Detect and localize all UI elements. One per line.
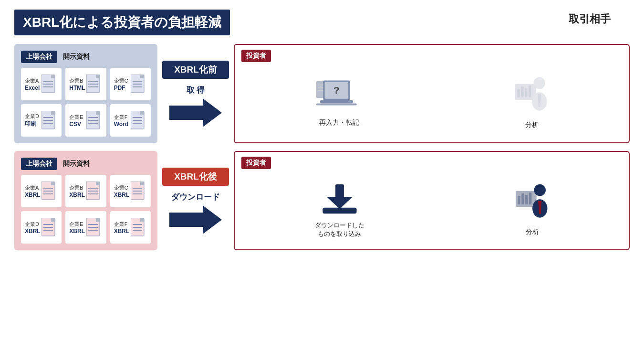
after-section: 上場会社 開示資料 企業A XBRL 企業B XBRL xyxy=(14,151,630,250)
company-item: 企業F Word xyxy=(110,104,151,137)
svg-rect-95 xyxy=(518,196,520,204)
arrow-panel-before: XBRL化前 取 得 xyxy=(157,44,234,143)
company-row: 企業B HTML xyxy=(69,75,102,94)
person-analysis-icon-after xyxy=(516,182,549,225)
company-row: 企業D XBRL xyxy=(25,218,58,237)
arrow-text-after: ダウンロード xyxy=(171,192,220,203)
investor-panel-before: 投資者 ? xyxy=(234,44,630,143)
investor-item-analysis-after: 分析 xyxy=(516,182,549,236)
listed-badge-after: 上場会社 xyxy=(21,158,57,170)
investor-label-analysis-after: 分析 xyxy=(526,228,539,236)
svg-rect-49 xyxy=(525,88,527,97)
arrow-text-before: 取 得 xyxy=(187,85,205,96)
investor-item-download: ダウンロードした ものを取り込み xyxy=(315,180,364,238)
investor-label-download: ダウンロードした ものを取り込み xyxy=(315,221,364,238)
investor-badge-before: 投資者 xyxy=(241,50,271,62)
svg-rect-14 xyxy=(140,75,144,78)
investor-label-reentry: 再入力・転記 xyxy=(319,118,359,127)
doc-icon xyxy=(131,75,147,94)
svg-rect-96 xyxy=(521,193,524,204)
company-row: 企業E CSV xyxy=(69,111,102,130)
svg-rect-2 xyxy=(51,75,55,78)
company-row: 企業E XBRL xyxy=(69,218,102,237)
svg-rect-47 xyxy=(517,89,519,97)
investor-item-reentry: ? 再入力・転記 xyxy=(315,77,363,127)
svg-rect-86 xyxy=(140,218,144,222)
svg-rect-68 xyxy=(140,182,144,185)
company-row: 企業C XBRL xyxy=(114,182,147,201)
arrow-panel-after: XBRL化後 ダウンロード xyxy=(157,151,234,250)
company-item: 企業C PDF xyxy=(110,68,151,100)
company-item: 企業D 印刷 xyxy=(21,104,62,137)
main-title: XBRL化による投資者の負担軽減 xyxy=(14,10,230,35)
company-row: 企業C PDF xyxy=(114,75,147,94)
svg-rect-56 xyxy=(51,182,55,185)
company-item: 企業F XBRL xyxy=(110,211,151,244)
svg-rect-50 xyxy=(529,85,531,97)
svg-rect-45 xyxy=(316,103,357,105)
svg-rect-80 xyxy=(96,218,100,222)
company-row: 企業A Excel xyxy=(25,75,58,94)
sections-container: 上場会社 開示資料 企業A Excel 企業B HTML xyxy=(14,44,630,250)
doc-icon xyxy=(42,218,58,237)
svg-rect-74 xyxy=(51,218,55,222)
companies-grid-before: 企業A Excel 企業B HTML 企業C PDF xyxy=(21,68,151,137)
investor-item-analysis-before: 分析 xyxy=(515,75,549,129)
before-section: 上場会社 開示資料 企業A Excel 企業B HTML xyxy=(14,44,630,143)
company-row: 企業A XBRL xyxy=(25,182,58,201)
doc-icon xyxy=(42,182,58,201)
company-row: 企業B XBRL xyxy=(69,182,102,201)
company-item: 企業E CSV xyxy=(65,104,106,137)
investor-badge-after: 投資者 xyxy=(241,157,271,169)
company-row: 企業F Word xyxy=(114,111,147,130)
section-label-before: XBRL化前 xyxy=(162,61,229,79)
listed-panel-before: 上場会社 開示資料 企業A Excel 企業B HTML xyxy=(14,44,157,143)
doc-icon xyxy=(86,218,103,237)
doc-icon xyxy=(131,182,147,201)
doc-icon xyxy=(86,75,103,94)
doc-icon xyxy=(42,75,58,94)
doc-icon xyxy=(86,182,103,201)
svg-rect-98 xyxy=(529,192,531,204)
doc-icon xyxy=(131,111,147,130)
disclosure-label-after: 開示資料 xyxy=(63,160,90,168)
investor-content-after: ダウンロードした ものを取り込み xyxy=(241,174,622,245)
svg-rect-44 xyxy=(320,100,353,103)
company-item: 企業A XBRL xyxy=(21,175,62,207)
arrow-icon-after xyxy=(169,205,222,234)
investor-content-before: ? 再入力・転記 xyxy=(241,67,622,138)
svg-rect-97 xyxy=(525,195,528,204)
company-item: 企業B XBRL xyxy=(65,175,106,207)
disclosure-label-before: 開示資料 xyxy=(63,53,90,61)
doc-icon xyxy=(131,218,147,237)
page-header: XBRL化による投資者の負担軽減 取引相手 xyxy=(14,10,630,35)
download-icon xyxy=(318,180,361,218)
investor-label-analysis-before: 分析 xyxy=(525,121,539,129)
svg-rect-26 xyxy=(96,111,100,115)
torihiki-label: 取引相手 xyxy=(569,10,630,26)
panel-header-before: 上場会社 開示資料 xyxy=(21,51,151,63)
svg-text:?: ? xyxy=(333,85,340,96)
investor-panel-after: 投資者 ダウンロードした ものを取り込み xyxy=(234,151,630,250)
company-item: 企業B HTML xyxy=(65,68,106,100)
company-item: 企業E XBRL xyxy=(65,211,106,244)
listed-badge-before: 上場会社 xyxy=(21,51,57,63)
company-row: 企業F XBRL xyxy=(114,218,147,237)
section-label-after: XBRL化後 xyxy=(162,168,229,186)
company-item: 企業C XBRL xyxy=(110,175,151,207)
laptop-question-icon: ? xyxy=(315,77,363,116)
doc-icon xyxy=(86,111,103,130)
listed-panel-after: 上場会社 開示資料 企業A XBRL 企業B XBRL xyxy=(14,151,157,250)
svg-rect-8 xyxy=(96,75,100,78)
companies-grid-after: 企業A XBRL 企業B XBRL 企業C XBRL xyxy=(21,175,151,244)
svg-point-99 xyxy=(534,184,546,196)
company-item: 企業A Excel xyxy=(21,68,62,100)
company-item: 企業D XBRL xyxy=(21,211,62,244)
panel-header-after: 上場会社 開示資料 xyxy=(21,158,151,170)
svg-rect-62 xyxy=(96,182,100,185)
svg-point-51 xyxy=(533,77,545,89)
company-row: 企業D 印刷 xyxy=(25,111,58,130)
arrow-icon-before xyxy=(169,98,222,127)
doc-icon xyxy=(42,111,58,130)
svg-marker-90 xyxy=(169,205,222,234)
